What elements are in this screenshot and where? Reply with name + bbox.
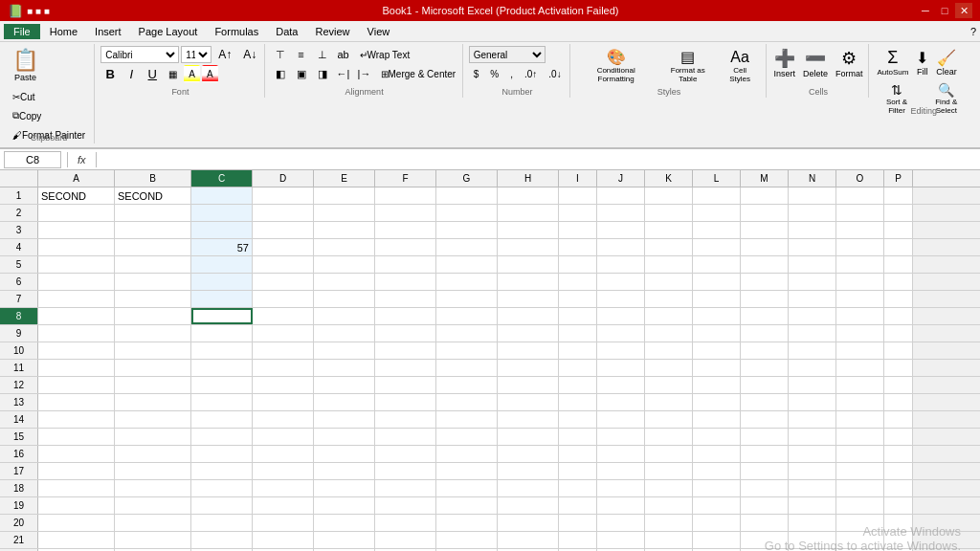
row-num-8[interactable]: 8: [0, 308, 38, 324]
wrap-text-button[interactable]: ↵ Wrap Text: [355, 46, 415, 63]
row-num-7[interactable]: 7: [0, 291, 38, 307]
align-middle-button[interactable]: ≡: [292, 46, 311, 63]
col-header-f[interactable]: F: [375, 170, 436, 187]
cell-j2[interactable]: [597, 205, 645, 221]
bold-button[interactable]: B: [100, 65, 120, 82]
menu-review[interactable]: Review: [307, 24, 357, 39]
row-num-5[interactable]: 5: [0, 256, 38, 273]
cell-o4[interactable]: [836, 239, 884, 255]
increase-indent-button[interactable]: |→: [355, 65, 374, 82]
cut-button[interactable]: ✂ Cut: [8, 88, 40, 105]
cell-d3[interactable]: [253, 222, 314, 238]
formula-input[interactable]: [102, 151, 976, 168]
align-left-button[interactable]: ◧: [271, 65, 290, 82]
col-header-i[interactable]: I: [559, 170, 597, 187]
cell-d1[interactable]: [253, 187, 314, 204]
col-header-a[interactable]: A: [38, 170, 115, 187]
decrease-decimal-button[interactable]: .0↓: [544, 65, 566, 82]
align-bottom-button[interactable]: ⊥: [313, 46, 332, 63]
decrease-font-button[interactable]: A↓: [238, 46, 261, 63]
cell-g2[interactable]: [436, 205, 498, 221]
col-header-m[interactable]: M: [741, 170, 789, 187]
cell-k1[interactable]: [645, 187, 693, 204]
col-header-j[interactable]: J: [597, 170, 645, 187]
cell-g1[interactable]: [436, 187, 498, 204]
cell-n1[interactable]: [789, 187, 836, 204]
menu-file[interactable]: File: [4, 24, 40, 39]
insert-cells-button[interactable]: ➕ Insert: [772, 46, 798, 80]
cell-k2[interactable]: [645, 205, 693, 221]
cell-h1[interactable]: [498, 187, 559, 204]
cell-l1[interactable]: [693, 187, 741, 204]
cell-b4[interactable]: [115, 239, 191, 255]
cell-j1[interactable]: [597, 187, 645, 204]
cell-c4[interactable]: 57: [191, 239, 253, 255]
increase-font-button[interactable]: A↑: [213, 46, 236, 63]
delete-cells-button[interactable]: ➖ Delete: [801, 46, 830, 80]
cell-a2[interactable]: [38, 205, 115, 221]
cell-m2[interactable]: [741, 205, 789, 221]
cell-b2[interactable]: [115, 205, 191, 221]
col-header-k[interactable]: K: [645, 170, 693, 187]
cell-c1[interactable]: [191, 187, 253, 204]
decrease-indent-button[interactable]: ←|: [334, 65, 353, 82]
menu-insert[interactable]: Insert: [87, 24, 129, 39]
window-controls[interactable]: ─ □ ✕: [917, 3, 972, 18]
row-num-4[interactable]: 4: [0, 239, 38, 255]
percent-button[interactable]: %: [485, 65, 503, 82]
cell-j4[interactable]: [597, 239, 645, 255]
cell-a1[interactable]: SECOND: [38, 187, 115, 204]
cell-l3[interactable]: [693, 222, 741, 238]
col-header-d[interactable]: D: [253, 170, 314, 187]
cell-h2[interactable]: [498, 205, 559, 221]
cell-o3[interactable]: [836, 222, 884, 238]
increase-decimal-button[interactable]: .0↑: [520, 65, 542, 82]
cell-c8-active[interactable]: [191, 308, 253, 324]
cell-c2[interactable]: [191, 205, 253, 221]
col-header-g[interactable]: G: [436, 170, 498, 187]
cell-l4[interactable]: [693, 239, 741, 255]
align-right-button[interactable]: ◨: [313, 65, 332, 82]
cell-e3[interactable]: [314, 222, 375, 238]
menu-home[interactable]: Home: [42, 24, 85, 39]
cell-o2[interactable]: [836, 205, 884, 221]
cell-m4[interactable]: [741, 239, 789, 255]
cell-n2[interactable]: [789, 205, 836, 221]
minimize-button[interactable]: ─: [917, 3, 934, 18]
cell-e2[interactable]: [314, 205, 375, 221]
menu-view[interactable]: View: [360, 24, 398, 39]
border-button[interactable]: ▦: [164, 65, 182, 82]
cell-n4[interactable]: [789, 239, 836, 255]
cell-b1[interactable]: SECOND: [115, 187, 191, 204]
paste-button[interactable]: 📋 Paste: [8, 44, 43, 86]
cell-f4[interactable]: [375, 239, 436, 255]
cell-styles-button[interactable]: Aa Cell Styles: [721, 47, 760, 85]
cell-e4[interactable]: [314, 239, 375, 255]
close-button[interactable]: ✕: [955, 3, 972, 18]
cell-b3[interactable]: [115, 222, 191, 238]
row-num-1[interactable]: 1: [0, 187, 38, 204]
cell-d4[interactable]: [253, 239, 314, 255]
cell-c3[interactable]: [191, 222, 253, 238]
font-color-button[interactable]: A: [202, 65, 218, 82]
clear-button[interactable]: 🧹 Clear: [934, 47, 959, 78]
cell-i2[interactable]: [559, 205, 597, 221]
cell-o1[interactable]: [836, 187, 884, 204]
col-header-n[interactable]: N: [789, 170, 836, 187]
cell-p4[interactable]: [884, 239, 913, 255]
cell-p2[interactable]: [884, 205, 913, 221]
cell-g4[interactable]: [436, 239, 498, 255]
menu-data[interactable]: Data: [268, 24, 305, 39]
cell-p3[interactable]: [884, 222, 913, 238]
font-name-select[interactable]: Calibri: [100, 46, 179, 63]
cell-j3[interactable]: [597, 222, 645, 238]
number-format-select[interactable]: General: [469, 46, 546, 63]
cell-f2[interactable]: [375, 205, 436, 221]
row-num-6[interactable]: 6: [0, 274, 38, 290]
comma-button[interactable]: ,: [505, 65, 518, 82]
merge-center-button[interactable]: ⊞ Merge & Center: [376, 65, 461, 82]
format-cells-button[interactable]: ⚙ Format: [834, 46, 865, 80]
cell-l2[interactable]: [693, 205, 741, 221]
align-center-button[interactable]: ▣: [292, 65, 311, 82]
cell-p1[interactable]: [884, 187, 913, 204]
